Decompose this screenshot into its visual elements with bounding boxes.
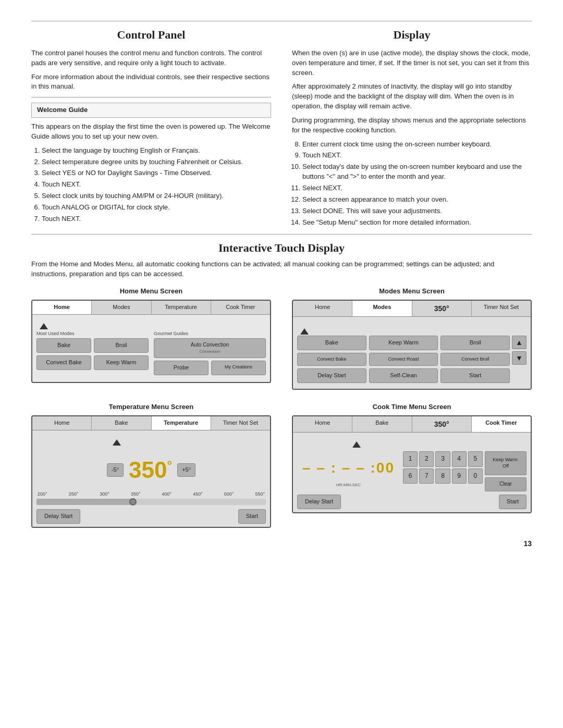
temp-slider-fill bbox=[36, 499, 133, 505]
temp-tab-bake[interactable]: Bake bbox=[92, 416, 151, 430]
num-2-btn[interactable]: 2 bbox=[419, 451, 434, 466]
temp-scale-550: 550° bbox=[255, 491, 265, 498]
home-tab-temperature[interactable]: Temperature bbox=[152, 301, 211, 314]
home-row1: Bake Broil bbox=[36, 338, 149, 353]
convect-bake-btn[interactable]: Convect Bake bbox=[36, 355, 91, 370]
temp-tab-timer[interactable]: Timer Not Set bbox=[211, 416, 270, 430]
modes-screen: Home Modes 350° Timer Not Set Bake Keep … bbox=[292, 300, 532, 390]
clear-btn[interactable]: Clear bbox=[485, 477, 527, 491]
wg-step-5: Select clock units by touching AM/PM or … bbox=[42, 191, 271, 201]
modes-keep-warm-btn[interactable]: Keep Warm bbox=[369, 336, 438, 350]
num-9-btn[interactable]: 9 bbox=[452, 468, 467, 484]
temp-screen: Home Bake Temperature Timer Not Set -5° … bbox=[31, 415, 271, 528]
ct-start-btn[interactable]: Start bbox=[499, 495, 527, 509]
modes-start-btn[interactable]: Start bbox=[440, 368, 510, 383]
home-tab-modes[interactable]: Modes bbox=[92, 301, 151, 314]
modes-self-clean-btn[interactable]: Self-Clean bbox=[369, 368, 438, 383]
temp-scale-250: 250° bbox=[69, 491, 79, 498]
scroll-down-btn[interactable]: ▼ bbox=[512, 351, 527, 365]
numpad-area: 1 2 3 4 5 6 7 8 9 0 bbox=[403, 451, 527, 491]
temp-plus-btn[interactable]: +5° bbox=[177, 463, 195, 477]
modes-row3: Delay Start Self-Clean Start bbox=[297, 368, 510, 383]
ct-bottom-btns: Delay Start Start bbox=[297, 495, 527, 509]
home-screen: Home Modes Temperature Cook Timer Most U… bbox=[31, 300, 271, 383]
num-3-btn[interactable]: 3 bbox=[435, 451, 450, 466]
modes-convect-roast-btn[interactable]: Convect Roast bbox=[369, 353, 438, 366]
modes-bake-btn[interactable]: Bake bbox=[297, 336, 366, 350]
display-p3: During programming, the display shows me… bbox=[292, 116, 532, 135]
modes-delay-start-btn[interactable]: Delay Start bbox=[297, 368, 366, 383]
home-screen-tabs: Home Modes Temperature Cook Timer bbox=[32, 301, 270, 315]
display-steps: Enter current clock time using the on-sc… bbox=[292, 140, 532, 228]
temp-minus-btn[interactable]: -5° bbox=[107, 463, 124, 477]
modes-tab-home[interactable]: Home bbox=[293, 301, 352, 316]
ct-tab-home[interactable]: Home bbox=[293, 416, 352, 432]
temp-scale-500: 500° bbox=[224, 491, 234, 498]
page-number: 13 bbox=[31, 538, 532, 549]
control-panel-title: Control Panel bbox=[31, 27, 271, 43]
temp-delay-start-btn[interactable]: Delay Start bbox=[36, 509, 80, 524]
modes-convect-bake-btn[interactable]: Convect Bake bbox=[297, 353, 366, 366]
probe-btn[interactable]: Probe bbox=[154, 361, 209, 375]
my-creations-btn[interactable]: My Creations bbox=[211, 361, 266, 375]
ct-tab-bake[interactable]: Bake bbox=[352, 416, 412, 432]
temp-tab-temperature[interactable]: Temperature bbox=[152, 416, 211, 430]
home-right-row1: Auto Convection Conversion bbox=[154, 338, 266, 358]
display-step-12: Select a screen appearance to match your… bbox=[302, 195, 532, 205]
home-tab-cooktimer[interactable]: Cook Timer bbox=[211, 301, 270, 314]
num-0-btn[interactable]: 0 bbox=[468, 468, 483, 484]
bake-btn[interactable]: Bake bbox=[36, 338, 91, 353]
num-4-btn[interactable]: 4 bbox=[452, 451, 467, 466]
temp-arrow-up-icon bbox=[113, 439, 121, 446]
auto-convection-btn[interactable]: Auto Convection Conversion bbox=[154, 338, 266, 358]
modes-convect-broil-btn[interactable]: Convect Broil bbox=[440, 353, 510, 366]
temp-start-btn[interactable]: Start bbox=[238, 509, 266, 524]
gourmet-guides-label: Gourmet Guides bbox=[154, 330, 266, 337]
home-left-col: Most Used Modes Bake Broil Convect Bake … bbox=[36, 330, 149, 378]
ct-tab-temp[interactable]: 350° bbox=[412, 416, 472, 432]
num-1-btn[interactable]: 1 bbox=[403, 451, 418, 466]
temp-slider-track[interactable] bbox=[36, 499, 266, 505]
temp-slider-thumb[interactable] bbox=[129, 498, 137, 505]
timer-row: – – : – – :00 HR:MIN:SEC 1 2 3 4 bbox=[297, 451, 527, 491]
wg-step-2: Select temperature degree units by touch… bbox=[42, 157, 271, 167]
display-p2: After approximately 2 minutes of inactiv… bbox=[292, 82, 532, 112]
home-arrow-up-icon bbox=[40, 323, 48, 329]
modes-tab-temp[interactable]: 350° bbox=[412, 301, 472, 316]
home-right-row2: Probe My Creations bbox=[154, 361, 266, 375]
scroll-up-btn[interactable]: ▲ bbox=[512, 336, 527, 349]
auto-conv-sublabel: Conversion bbox=[160, 349, 260, 355]
modes-screen-body: Bake Keep Warm Broil Convect Bake Convec… bbox=[293, 317, 531, 389]
ct-delay-start-btn[interactable]: Delay Start bbox=[297, 495, 341, 509]
display-step-8: Enter current clock time using the on-sc… bbox=[302, 140, 532, 150]
welcome-guide-title: Welcome Guide bbox=[37, 105, 265, 115]
keep-warm-btn[interactable]: Keep Warm bbox=[94, 355, 149, 370]
home-tab-home[interactable]: Home bbox=[32, 301, 92, 314]
display-step-9: Touch NEXT. bbox=[302, 151, 532, 161]
cook-timer-screen-block: Cook Time Menu Screen Home Bake 350° Coo… bbox=[292, 402, 532, 528]
itd-title: Interactive Touch Display bbox=[31, 240, 532, 256]
display-step-14: See "Setup Menu" section for more detail… bbox=[302, 218, 532, 228]
broil-btn[interactable]: Broil bbox=[94, 338, 149, 353]
screens-grid: Home Menu Screen Home Modes Temperature … bbox=[31, 287, 532, 528]
modes-tab-modes[interactable]: Modes bbox=[352, 301, 412, 316]
timer-display-col: – – : – – :00 HR:MIN:SEC bbox=[297, 454, 400, 488]
num-6-btn[interactable]: 6 bbox=[403, 468, 418, 484]
num-5-btn[interactable]: 5 bbox=[468, 451, 483, 466]
modes-tab-timer[interactable]: Timer Not Set bbox=[472, 301, 531, 316]
num-8-btn[interactable]: 8 bbox=[435, 468, 450, 484]
modes-row1: Bake Keep Warm Broil bbox=[297, 336, 510, 350]
modes-broil-btn[interactable]: Broil bbox=[440, 336, 510, 350]
num-7-btn[interactable]: 7 bbox=[419, 468, 434, 484]
temp-degree-symbol: ° bbox=[167, 458, 173, 472]
itd-description: From the Home and Modes Menu, all automa… bbox=[31, 260, 532, 279]
temp-tab-home[interactable]: Home bbox=[32, 416, 92, 430]
keep-warm-off-btn[interactable]: Keep Warm:Off bbox=[485, 451, 527, 475]
home-screen-block: Home Menu Screen Home Modes Temperature … bbox=[31, 287, 271, 390]
control-panel-intro-p1: The control panel houses the control men… bbox=[31, 48, 271, 68]
home-arrow-container bbox=[36, 315, 266, 330]
modes-screen-label: Modes Menu Screen bbox=[292, 287, 532, 297]
ct-tab-cook-timer[interactable]: Cook Timer bbox=[472, 416, 531, 432]
display-step-10: Select today's date by using the on-scre… bbox=[302, 162, 532, 182]
numpad-with-side: 1 2 3 4 5 6 7 8 9 0 bbox=[403, 451, 527, 491]
